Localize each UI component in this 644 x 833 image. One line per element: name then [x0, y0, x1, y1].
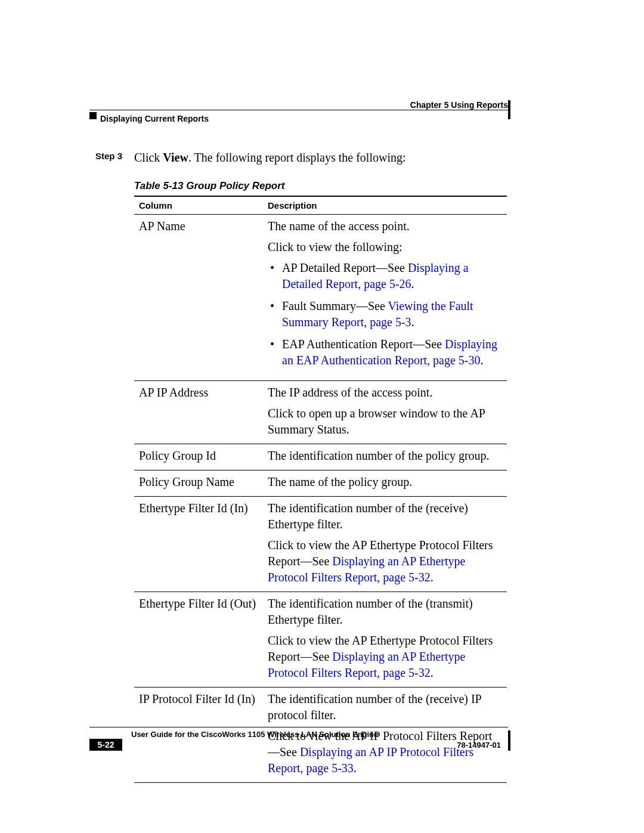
chapter-label: Chapter 5 Using Reports — [410, 100, 508, 110]
desc-text: The identification number of the (receiv… — [268, 500, 502, 532]
footer-title: User Guide for the CiscoWorks 1105 Wirel… — [131, 730, 508, 739]
section-label: Displaying Current Reports — [100, 114, 209, 123]
step-pre: Click — [134, 151, 163, 164]
cell-column: Ethertype Filter Id (Out) — [134, 592, 263, 688]
cell-column: Ethertype Filter Id (In) — [134, 497, 263, 592]
step-label: Step 3 — [95, 151, 131, 161]
header-vbar-icon — [508, 100, 510, 119]
bullet-text: Fault Summary—See — [282, 299, 388, 312]
list-item: EAP Authentication Report—See Displaying… — [268, 336, 502, 368]
list-item: AP Detailed Report—See Displaying a Deta… — [268, 260, 502, 292]
cell-column: Policy Group Id — [134, 444, 263, 470]
desc-text: Click to open up a browser window to the… — [268, 405, 502, 438]
cell-description: The name of the access point. Click to v… — [263, 215, 507, 381]
cell-description: The identification number of the (transm… — [263, 592, 507, 688]
footer: User Guide for the CiscoWorks 1105 Wirel… — [89, 727, 508, 739]
running-head: Chapter 5 Using Reports — [89, 100, 508, 110]
footer-vbar-icon — [508, 730, 510, 751]
cell-description: The identification number of the policy … — [263, 444, 507, 470]
table-row: AP IP Address The IP address of the acce… — [134, 381, 507, 444]
table-header-row: Column Description — [134, 196, 507, 215]
table-row: Ethertype Filter Id (Out) The identifica… — [134, 592, 507, 688]
section-marker-icon — [89, 112, 97, 119]
th-column: Column — [134, 196, 263, 215]
step-row: Step 3 Click View. The following report … — [95, 151, 501, 165]
table-row: AP Name The name of the access point. Cl… — [134, 215, 507, 381]
cell-description: The IP address of the access point. Clic… — [263, 381, 507, 444]
desc-text: Click to view the AP Ethertype Protocol … — [268, 633, 502, 681]
table-caption: Table 5-13 Group Policy Report — [134, 180, 285, 192]
list-item: Fault Summary—See Viewing the Fault Summ… — [268, 298, 502, 330]
cell-column: Policy Group Name — [134, 470, 263, 497]
cell-column: AP IP Address — [134, 381, 263, 444]
desc-text: The identification number of the (receiv… — [268, 691, 502, 723]
desc-text: The identification number of the (transm… — [268, 596, 502, 628]
bullet-list: AP Detailed Report—See Displaying a Deta… — [268, 260, 502, 368]
header-rule — [89, 110, 508, 110]
table-row: Policy Group Id The identification numbe… — [134, 444, 507, 470]
footer-rule — [89, 727, 508, 727]
cell-description: The identification number of the (receiv… — [263, 497, 507, 592]
cell-description: The name of the policy group. — [263, 470, 507, 497]
page: Chapter 5 Using Reports Displaying Curre… — [0, 0, 644, 833]
view-bold: View — [163, 151, 188, 164]
cell-column: AP Name — [134, 215, 263, 381]
step-text: Click View. The following report display… — [134, 151, 406, 164]
th-description: Description — [263, 196, 507, 215]
doc-number: 78-14947-01 — [457, 741, 501, 750]
table-row: Ethertype Filter Id (In) The identificat… — [134, 497, 507, 592]
desc-text: The IP address of the access point. — [268, 385, 502, 401]
step-post: . The following report displays the foll… — [188, 151, 406, 164]
desc-text: Click to view the following: — [268, 239, 502, 255]
bullet-text: AP Detailed Report—See — [282, 261, 408, 274]
desc-text: Click to view the AP Ethertype Protocol … — [268, 537, 502, 586]
group-policy-report-table: Column Description AP Name The name of t… — [134, 196, 507, 783]
desc-text: The name of the access point. — [268, 218, 502, 234]
table-row: Policy Group Name The name of the policy… — [134, 470, 507, 497]
bullet-text: EAP Authentication Report—See — [282, 337, 445, 351]
page-number: 5-22 — [89, 739, 122, 751]
